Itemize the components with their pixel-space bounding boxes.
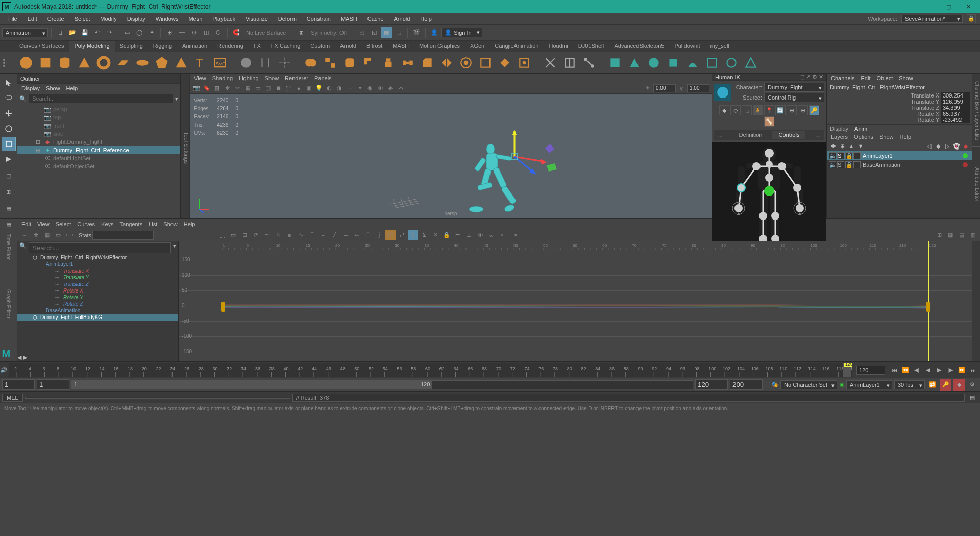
undo-icon[interactable]: ↶ — [91, 27, 103, 38]
vp-xray-joints-icon[interactable]: ⚯ — [396, 84, 405, 93]
workspace-lock-icon[interactable]: 🔒 — [967, 14, 976, 23]
vp-menu-renderer[interactable]: Renderer — [285, 75, 308, 81]
render-icon[interactable]: 🎬 — [411, 27, 422, 38]
vp-menu-view[interactable]: View — [194, 75, 206, 81]
al-solo-toggle[interactable]: S — [837, 152, 844, 159]
vp-bookmark-icon[interactable]: 🔖 — [202, 84, 211, 93]
vp-xray-icon[interactable]: ◈ — [386, 84, 395, 93]
shelf-tab-dj01[interactable]: DJ01Shelf — [573, 41, 609, 52]
hik-skeleton-figure[interactable] — [723, 142, 815, 249]
shelf-tab-rendering[interactable]: Rendering — [212, 41, 249, 52]
menu-modify[interactable]: Modify — [96, 15, 120, 23]
combine-icon[interactable] — [302, 54, 320, 71]
loop-icon[interactable]: 🔁 — [927, 379, 938, 391]
ge-attr-tx[interactable]: ⊸Translate X — [17, 267, 178, 274]
bridge-icon[interactable] — [399, 54, 416, 71]
snap-curve-icon[interactable]: 〰 — [176, 27, 187, 38]
outliner-menu-help[interactable]: Help — [66, 85, 78, 91]
ge-retime-icon[interactable]: ⟷ — [64, 230, 75, 240]
outliner-item-lightset[interactable]: ⦿defaultLightSet — [17, 154, 180, 162]
crease-icon[interactable] — [626, 54, 643, 71]
ge-isolate-curve-icon[interactable]: 👁 — [475, 230, 485, 240]
al-menu-show[interactable]: Show — [879, 134, 894, 140]
vp-exposure-value[interactable] — [653, 84, 676, 92]
module-dropdown[interactable]: Animation — [2, 28, 48, 37]
signin-dropdown[interactable]: 👤Sign In — [441, 28, 482, 37]
layout-single-icon[interactable]: ▢ — [2, 168, 16, 183]
ge-menu-edit[interactable]: Edit — [21, 221, 31, 227]
hik-pin-rot-icon[interactable]: 🔄 — [775, 105, 786, 115]
shelf-tab-fxcaching[interactable]: FX Caching — [266, 41, 305, 52]
shelf-tab-houdini[interactable]: Houdini — [544, 41, 573, 52]
shelf-tab-rigging[interactable]: Rigging — [148, 41, 177, 52]
ge-outliner-list[interactable]: ⬡Dummy_Fight_Ctrl_RightWristEffector Ani… — [17, 254, 178, 354]
menu-visualize[interactable]: Visualize — [241, 15, 272, 23]
outliner-item-side[interactable]: 📷side — [17, 130, 180, 138]
menu-mesh[interactable]: Mesh — [184, 15, 206, 23]
ge-auto-tangent-icon[interactable]: ⟆ — [374, 230, 384, 240]
ge-buffer-curve-icon[interactable]: ▢ — [385, 230, 396, 240]
channelbox-sidebar-tab[interactable]: Channel Box / Layer Editor — [972, 74, 980, 146]
menu-create[interactable]: Create — [43, 15, 68, 23]
menu-arnold[interactable]: Arnold — [390, 15, 414, 23]
anim-layer-dropdown[interactable]: AnimLayer1 — [846, 380, 892, 389]
shelf-tab-fx[interactable]: FX — [249, 41, 266, 52]
al-weight-key-icon[interactable]: ◆ — [934, 142, 942, 150]
attr-tx-value[interactable]: 309.254 — [941, 92, 970, 99]
ge-infinity-icon[interactable]: ∞ — [486, 230, 497, 240]
ge-toolbar-opt3-icon[interactable]: ▥ — [968, 230, 978, 240]
vp-gamma-value[interactable] — [687, 84, 709, 92]
outliner-list[interactable]: 📷persp 📷top 📷front 📷side ⊞◆Fight:Dummy_F… — [17, 104, 180, 218]
mesh-tool3-icon[interactable] — [742, 54, 760, 71]
layout-custom-icon[interactable]: ▤ — [2, 201, 16, 215]
ch-tab-object[interactable]: Object — [876, 75, 893, 81]
save-scene-icon[interactable]: 💾 — [79, 27, 90, 38]
poly-sphere-icon[interactable] — [17, 54, 35, 71]
ge-lock-length-icon[interactable]: 🔒 — [442, 230, 452, 240]
hik-fullbody-icon[interactable]: ◆ — [719, 105, 729, 115]
ge-menu-view[interactable]: View — [37, 221, 50, 227]
vp-multisample-icon[interactable]: ✦ — [355, 84, 364, 93]
search-dropdown-icon[interactable]: ▾ — [173, 242, 176, 253]
ge-time-snap-icon[interactable]: ⊢ — [453, 230, 463, 240]
ge-menu-select[interactable]: Select — [56, 221, 71, 227]
vp-wireframe-icon[interactable]: ⬚ — [284, 84, 293, 93]
anim-layer-list[interactable]: 🔈S🔒 AnimLayer1 🔈S🔒 BaseAnimation — [827, 151, 972, 218]
ge-center-icon[interactable]: ⊡ — [239, 230, 250, 240]
lasso-select-icon[interactable]: ◯ — [134, 27, 145, 38]
vp-2d-pan-icon[interactable]: ✥ — [223, 84, 232, 93]
vp-textured-icon[interactable]: ▣ — [304, 84, 313, 93]
snap-live-icon[interactable]: ⬡ — [213, 27, 224, 38]
attr-ty-label[interactable]: Translate Y — [829, 99, 939, 105]
menu-deform[interactable]: Deform — [274, 15, 301, 23]
prefs-icon[interactable]: ⚙ — [967, 379, 978, 391]
snap-together-icon[interactable] — [257, 54, 274, 71]
al-key-icon[interactable]: ◆ — [962, 142, 970, 150]
soft-select-icon[interactable] — [237, 54, 255, 71]
playback-start-field[interactable] — [37, 379, 69, 390]
vp-shadows-icon[interactable]: ◐ — [325, 84, 334, 93]
anim-layer-icon[interactable]: ▣ — [839, 381, 844, 388]
character-set-dropdown[interactable]: No Character Set — [780, 380, 837, 389]
poly-torus-icon[interactable] — [95, 54, 112, 71]
ge-frame-playback-icon[interactable]: ▭ — [228, 230, 238, 240]
search-dropdown-icon[interactable]: ▾ — [175, 95, 178, 102]
command-input[interactable] — [25, 397, 290, 399]
vp-gate-mask-icon[interactable]: ◼ — [274, 84, 283, 93]
shelf-tab-xgen[interactable]: XGen — [465, 41, 489, 52]
vp-camera-select-icon[interactable]: 📷 — [192, 84, 201, 93]
open-scene-icon[interactable]: 📂 — [67, 27, 78, 38]
poly-type-icon[interactable]: T — [192, 54, 209, 71]
playback-end-field[interactable] — [695, 379, 728, 390]
outliner-item-front[interactable]: 📷front — [17, 121, 180, 130]
ge-layer-item[interactable]: AnimLayer1 — [17, 261, 178, 267]
ge-baseanimation-item[interactable]: BaseAnimation — [17, 307, 178, 314]
vp-menu-shading[interactable]: Shading — [212, 75, 233, 81]
ge-normalize-icon[interactable]: 〜 — [262, 230, 272, 240]
attr-tz-value[interactable]: 34.399 — [941, 105, 970, 111]
live-surface-icon[interactable]: 🧲 — [231, 27, 242, 38]
target-weld-icon[interactable] — [516, 54, 533, 71]
menu-file[interactable]: File — [4, 15, 21, 23]
auto-key-icon[interactable]: 🔑 — [940, 379, 951, 391]
ge-region-icon[interactable]: ▭ — [53, 230, 63, 240]
